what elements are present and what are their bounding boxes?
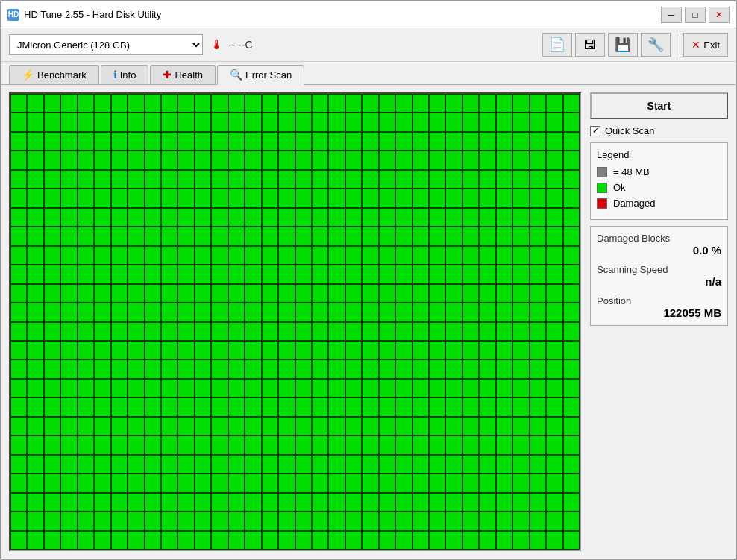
grid-cell	[328, 531, 345, 550]
grid-cell	[211, 397, 228, 416]
quick-scan-checkbox[interactable]: ✓	[590, 126, 600, 136]
grid-cell	[44, 531, 60, 550]
grid-cell	[78, 474, 94, 492]
grid-cell	[27, 455, 43, 474]
save-report-button[interactable]: 🖫	[575, 33, 605, 57]
grid-cell	[178, 303, 194, 321]
grid-cell	[278, 303, 295, 321]
scanning-speed-label: Scanning Speed	[597, 264, 721, 275]
toolbar-buttons: 📄 🖫 💾 🔧 ✕ Exit	[542, 33, 728, 57]
grid-cell	[295, 284, 312, 303]
grid-cell	[546, 531, 562, 550]
grid-cell	[78, 170, 94, 189]
grid-cell	[479, 397, 495, 416]
grid-cell	[145, 113, 161, 131]
export-button[interactable]: 💾	[608, 33, 638, 57]
grid-cell	[195, 359, 211, 378]
grid-cell	[245, 113, 261, 131]
grid-cell	[211, 359, 228, 378]
tab-benchmark[interactable]: ⚡ Benchmark	[9, 65, 99, 84]
start-button[interactable]: Start	[590, 92, 728, 119]
grid-cell	[445, 94, 462, 113]
grid-cell	[379, 94, 395, 113]
grid-cell	[211, 113, 228, 131]
grid-cell	[161, 359, 178, 378]
grid-cell	[413, 455, 429, 474]
grid-cell	[362, 417, 378, 435]
grid-cell	[195, 341, 211, 359]
grid-cell	[94, 512, 110, 530]
grid-cell	[530, 151, 546, 169]
grid-cell	[328, 170, 345, 189]
maximize-button[interactable]: □	[685, 7, 706, 23]
tab-error-scan[interactable]: 🔍 Error Scan	[217, 65, 304, 85]
grid-cell	[345, 265, 362, 283]
grid-cell	[145, 284, 161, 303]
tab-health[interactable]: ✚ Health	[150, 65, 216, 84]
grid-cell	[312, 341, 328, 359]
grid-cell	[94, 417, 110, 435]
grid-cell	[27, 170, 43, 189]
grid-cell	[395, 208, 412, 227]
exit-button[interactable]: ✕ Exit	[683, 33, 728, 57]
benchmark-tab-icon: ⚡	[22, 69, 34, 81]
grid-cell	[78, 246, 94, 265]
grid-cell	[546, 303, 562, 321]
grid-cell	[295, 512, 312, 530]
grid-cell	[161, 208, 178, 227]
grid-cell	[145, 303, 161, 321]
grid-cell	[563, 227, 580, 245]
grid-cell	[195, 246, 211, 265]
grid-cell	[228, 189, 245, 207]
grid-cell	[245, 379, 261, 397]
grid-cell	[312, 94, 328, 113]
grid-cell	[10, 265, 27, 283]
grid-cell	[27, 417, 43, 435]
grid-cell	[27, 284, 43, 303]
grid-cell	[228, 284, 245, 303]
info-copy-button[interactable]: 📄	[542, 33, 572, 57]
grid-cell	[429, 379, 445, 397]
grid-cell	[161, 512, 178, 530]
grid-cell	[78, 435, 94, 454]
grid-cell	[479, 531, 495, 550]
grid-cell	[328, 113, 345, 131]
minimize-button[interactable]: ─	[661, 7, 682, 23]
grid-cell	[546, 455, 562, 474]
grid-cell	[128, 227, 144, 245]
grid-cell	[413, 341, 429, 359]
grid-cell	[262, 359, 278, 378]
grid-cell	[27, 512, 43, 530]
grid-cell	[362, 189, 378, 207]
grid-cell	[462, 94, 479, 113]
disk-selector[interactable]: JMicron Generic (128 GB)	[9, 34, 203, 55]
grid-cell	[245, 341, 261, 359]
grid-cell	[228, 455, 245, 474]
grid-cell	[161, 379, 178, 397]
grid-cell	[128, 265, 144, 283]
grid-cell	[345, 512, 362, 530]
grid-cell	[462, 246, 479, 265]
tab-info[interactable]: ℹ Info	[101, 65, 149, 84]
grid-cell	[262, 227, 278, 245]
grid-cell	[295, 341, 312, 359]
grid-cell	[78, 455, 94, 474]
grid-cell	[111, 151, 128, 169]
grid-cell	[278, 94, 295, 113]
grid-cell	[27, 132, 43, 151]
grid-cell	[111, 94, 128, 113]
settings-button[interactable]: 🔧	[641, 33, 671, 57]
grid-cell	[211, 246, 228, 265]
close-button[interactable]: ✕	[709, 7, 730, 23]
grid-cell	[362, 359, 378, 378]
grid-cell	[462, 341, 479, 359]
grid-cell	[328, 227, 345, 245]
grid-cell	[111, 417, 128, 435]
grid-cell	[10, 189, 27, 207]
grid-cell	[395, 246, 412, 265]
grid-cell	[161, 246, 178, 265]
grid-cell	[195, 322, 211, 341]
grid-cell	[345, 113, 362, 131]
grid-cell	[479, 284, 495, 303]
grid-cell	[429, 246, 445, 265]
